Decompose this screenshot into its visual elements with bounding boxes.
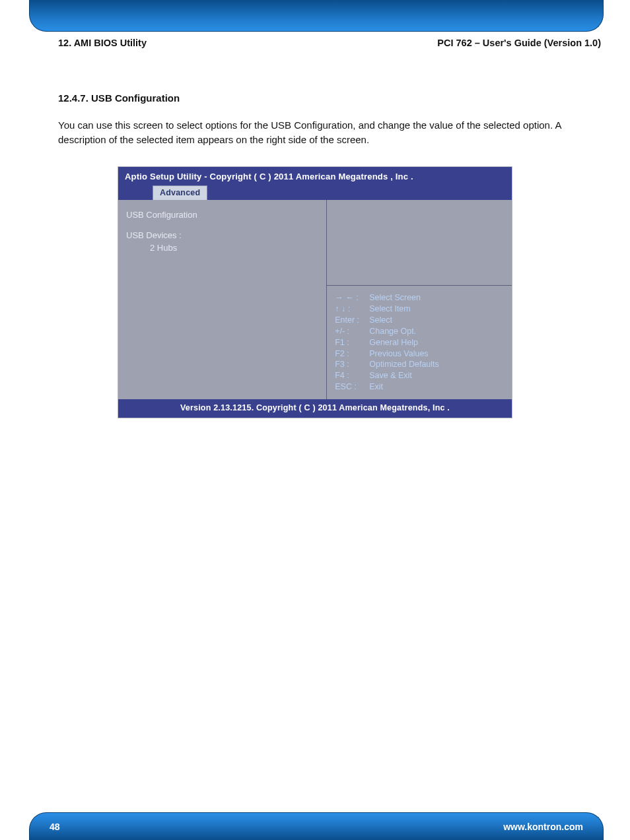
bios-titlebar: Aptio Setup Utility - Copyright ( C ) 20…: [118, 167, 512, 200]
help-row: ↑ ↓ :Select Item: [335, 304, 505, 315]
bios-left-heading: USB Configuration: [126, 209, 318, 222]
help-key: → ← :: [335, 292, 365, 304]
bios-footer-bar: Version 2.13.1215. Copyright ( C ) 2011 …: [118, 399, 512, 418]
bios-title-text: Aptio Setup Utility - Copyright ( C ) 20…: [125, 172, 505, 181]
help-row: +/- :Change Opt.: [335, 326, 505, 337]
help-val: Select Item: [369, 304, 411, 315]
help-val: General Help: [369, 337, 418, 348]
section-paragraph: You can use this screen to select option…: [58, 118, 572, 147]
bios-window: Aptio Setup Utility - Copyright ( C ) 20…: [118, 166, 512, 418]
help-key: +/- :: [335, 326, 365, 337]
bios-devices-value: 2 Hubs: [126, 242, 318, 255]
bios-screenshot: Aptio Setup Utility - Copyright ( C ) 20…: [118, 166, 512, 418]
document-page: 12. AMI BIOS Utility PCI 762 – User's Gu…: [0, 0, 630, 840]
bios-help-keys: → ← :Select Screen ↑ ↓ :Select Item Ente…: [327, 286, 512, 399]
help-row: ESC :Exit: [335, 381, 505, 393]
help-val: Optimized Defaults: [369, 359, 439, 370]
help-val: Select Screen: [369, 292, 421, 304]
bios-left-panel: USB Configuration USB Devices : 2 Hubs: [118, 200, 327, 399]
help-row: → ← :Select Screen: [335, 292, 505, 304]
help-row: F1 :General Help: [335, 337, 505, 348]
help-key: F1 :: [335, 337, 365, 348]
help-val: Previous Values: [369, 348, 428, 360]
help-val: Save & Exit: [369, 370, 412, 381]
help-row: F4 :Save & Exit: [335, 370, 505, 381]
help-val: Select: [369, 315, 392, 326]
help-row: F3 :Optimized Defaults: [335, 359, 505, 370]
top-decorative-bar: [29, 0, 604, 32]
bios-tab-advanced[interactable]: Advanced: [153, 185, 207, 200]
page-number: 48: [50, 822, 60, 832]
section-heading: 12.4.7. USB Configuration: [58, 92, 572, 104]
help-val: Exit: [369, 381, 383, 393]
bios-help-spacer: [327, 200, 512, 286]
help-key: F2 :: [335, 348, 365, 360]
help-row: Enter :Select: [335, 315, 505, 326]
running-header: 12. AMI BIOS Utility PCI 762 – User's Gu…: [58, 38, 601, 48]
bios-tab-row: Advanced: [125, 185, 505, 200]
bios-devices-label: USB Devices :: [126, 230, 318, 242]
help-key: ESC :: [335, 381, 365, 393]
header-left: 12. AMI BIOS Utility: [58, 38, 147, 48]
help-key: F3 :: [335, 359, 365, 370]
help-val: Change Opt.: [369, 326, 416, 337]
help-key: ↑ ↓ :: [335, 304, 365, 315]
help-key: F4 :: [335, 370, 365, 381]
header-right: PCI 762 – User's Guide (Version 1.0): [437, 38, 601, 48]
help-key: Enter :: [335, 315, 365, 326]
page-footer-bar: 48 www.kontron.com: [29, 812, 604, 840]
bios-right-panel: → ← :Select Screen ↑ ↓ :Select Item Ente…: [327, 200, 512, 399]
help-row: F2 :Previous Values: [335, 348, 505, 360]
footer-site: www.kontron.com: [503, 822, 583, 832]
bios-body: USB Configuration USB Devices : 2 Hubs →…: [118, 200, 512, 399]
content-area: 12.4.7. USB Configuration You can use th…: [58, 92, 572, 147]
